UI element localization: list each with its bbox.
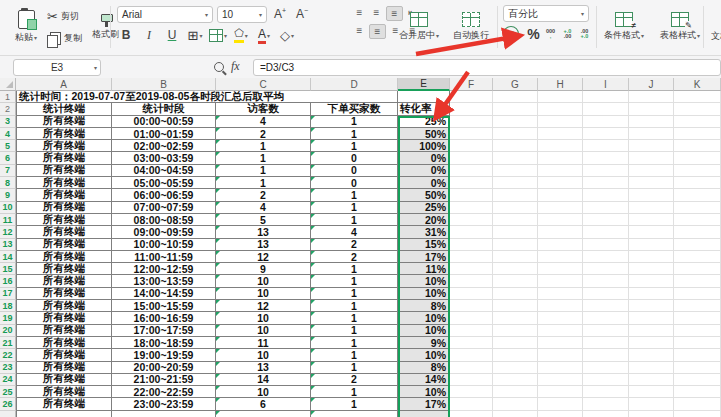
cell-period[interactable]: 06:00~06:59 [112,189,216,201]
empty-cell[interactable] [450,325,493,337]
eraser-button[interactable]: ◇▾ [278,26,296,44]
column-header-B[interactable]: B [112,78,216,91]
empty-cell[interactable] [493,116,538,128]
empty-cell[interactable] [583,214,629,226]
align-top-button[interactable]: ≡ [352,6,367,19]
cell-period[interactable]: 12:00~12:59 [112,263,216,275]
empty-cell[interactable] [629,325,674,337]
empty-cell[interactable] [674,288,721,300]
cell-rate[interactable]: 17% [398,398,450,410]
increase-decimal-button[interactable]: +.0.00 [561,25,574,43]
empty-cell[interactable] [538,226,583,238]
cell-buyers[interactable]: 1 [311,312,398,324]
empty-cell[interactable] [583,288,629,300]
conditional-format-button[interactable]: ≠ 条件格式▾ [601,2,647,52]
row-header-5[interactable]: 5 [0,140,16,152]
empty-cell[interactable] [674,116,721,128]
header-visitors[interactable]: 访客数 [216,103,311,115]
cell-terminal[interactable]: 所有终端 [16,300,112,312]
font-color-button[interactable]: A▾ [255,26,273,44]
cell-visitors[interactable]: 4 [216,202,311,214]
empty-cell[interactable] [674,103,721,115]
column-header-G[interactable]: G [493,78,538,91]
empty-cell[interactable] [629,128,674,140]
cell-period[interactable]: 13:00~13:59 [112,275,216,287]
cell-terminal[interactable]: 所有终端 [16,349,112,361]
cell-period[interactable]: 16:00~16:59 [112,312,216,324]
empty-cell[interactable] [629,251,674,263]
empty-cell[interactable] [493,239,538,251]
cell-buyers[interactable]: 2 [311,251,398,263]
empty-cell[interactable] [674,411,721,417]
empty-cell[interactable] [538,177,583,189]
cell-period[interactable]: 19:00~19:59 [112,349,216,361]
cell-period[interactable]: 18:00~18:59 [112,337,216,349]
empty-cell[interactable] [583,152,629,164]
cell-terminal[interactable]: 所有终端 [16,251,112,263]
cell-rate[interactable]: 31% [398,226,450,238]
empty-cell[interactable] [493,128,538,140]
row-header-11[interactable]: 11 [0,214,16,226]
cell-terminal[interactable]: 所有终端 [16,165,112,177]
empty-cell[interactable] [493,411,538,417]
cell-buyers[interactable]: 1 [311,398,398,410]
cell-visitors[interactable]: 13 [216,362,311,374]
row-header-1[interactable]: 1 [0,91,16,103]
empty-cell[interactable] [583,263,629,275]
currency-format-button[interactable]: ¥▾ [503,25,523,43]
empty-cell[interactable] [450,202,493,214]
empty-cell[interactable] [674,140,721,152]
cell-rate[interactable]: 10% [398,288,450,300]
empty-cell[interactable] [583,398,629,410]
cell-terminal[interactable]: 所有终端 [16,398,112,410]
empty-cell[interactable] [538,337,583,349]
cell-visitors[interactable]: 14 [216,374,311,386]
cell-visitors[interactable]: 10 [216,386,311,398]
cell-buyers[interactable]: 1 [311,263,398,275]
cell-terminal[interactable]: 所有终端 [16,362,112,374]
empty-cell[interactable] [674,152,721,164]
cell-rate[interactable]: 9% [398,337,450,349]
cell-terminal[interactable]: 所有终端 [16,202,112,214]
cut-button[interactable]: ✂ 剪切 [47,6,82,28]
cell-period[interactable]: 01:00~01:59 [112,128,216,140]
cell-terminal[interactable]: 所有终端 [16,140,112,152]
cell-terminal[interactable]: 所有终端 [16,275,112,287]
increase-font-button[interactable]: A+ [271,5,289,23]
align-left-button[interactable]: ≡ [352,24,367,37]
cell-visitors[interactable]: 10 [216,312,311,324]
empty-cell[interactable] [450,226,493,238]
cell-buyers[interactable]: 1 [311,300,398,312]
empty-cell[interactable] [493,202,538,214]
cell-buyers[interactable]: 0 [311,165,398,177]
empty-cell[interactable] [493,275,538,287]
cell-rate[interactable]: 10% [398,386,450,398]
empty-cell[interactable] [493,349,538,361]
bold-button[interactable]: B [117,26,135,44]
cell-period[interactable]: 23:00~23:59 [112,398,216,410]
cell-buyers[interactable]: 1 [311,349,398,361]
empty-cell[interactable] [450,239,493,251]
empty-cell[interactable] [674,226,721,238]
empty-cell[interactable] [538,300,583,312]
empty-cell[interactable] [538,152,583,164]
cell-period[interactable]: 21:00~21:59 [112,374,216,386]
row-header-13[interactable]: 13 [0,239,16,251]
cell-buyers[interactable]: 1 [311,288,398,300]
cell-buyers[interactable]: 1 [311,140,398,152]
empty-cell[interactable] [493,189,538,201]
empty-cell[interactable] [538,325,583,337]
cell-period[interactable]: 05:00~05:59 [112,177,216,189]
cell-rate[interactable]: 11% [398,263,450,275]
row-header-24[interactable]: 24 [0,374,16,386]
empty-cell[interactable] [493,91,538,103]
empty-cell[interactable] [538,398,583,410]
row-header-4[interactable]: 4 [0,128,16,140]
empty-cell[interactable] [583,91,629,103]
cell-E1[interactable] [398,91,450,103]
cell-visitors[interactable]: 4 [216,116,311,128]
header-buyers[interactable]: 下单买家数 [311,103,398,115]
cell-shading-button[interactable]: ▾ [209,26,227,44]
empty-cell[interactable] [538,103,583,115]
row-header-19[interactable]: 19 [0,312,16,324]
